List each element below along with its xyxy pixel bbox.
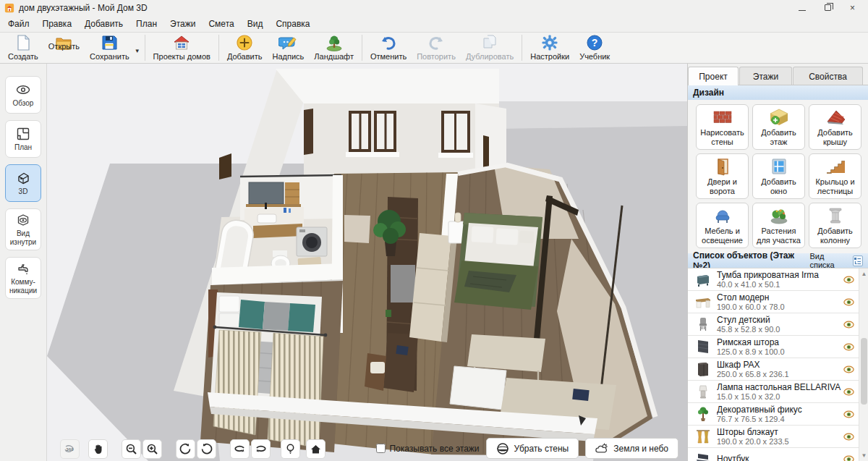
nightstand-icon [695, 271, 711, 287]
rotate-right-button[interactable] [197, 439, 216, 459]
view-sidebar: Обзор План 3D [0, 64, 47, 461]
media-unit[interactable] [246, 182, 301, 207]
scrollbar-thumb[interactable] [861, 338, 867, 405]
duplicate-button[interactable]: Дублировать [461, 33, 519, 63]
eye-visible-icon[interactable] [843, 298, 854, 306]
pan-button[interactable] [88, 439, 108, 459]
menu-plan[interactable]: План [129, 17, 163, 31]
show-all-floors-label[interactable]: Показывать все этажи [389, 444, 479, 454]
object-row-desk[interactable]: Стол модерн 190.0 x 60.0 x 78.0 [688, 291, 859, 313]
open-button[interactable]: Открыть [43, 33, 85, 63]
ground-sky-button[interactable]: Земля и небо [585, 438, 678, 459]
redo-button[interactable]: Повторить [412, 33, 461, 63]
show-all-floors-checkbox[interactable] [376, 444, 386, 453]
plants-button[interactable]: Растения для участка [752, 203, 805, 248]
hall-chair[interactable] [365, 353, 386, 391]
tab-properties[interactable]: Свойства [793, 67, 863, 85]
new-button[interactable]: Создать [3, 33, 43, 63]
sidebar-item-plan[interactable]: План [5, 120, 41, 158]
orbit-right-button[interactable] [251, 439, 271, 459]
add-window-button[interactable]: Добавить окно [752, 153, 805, 199]
zoom-out-button[interactable] [122, 439, 141, 459]
settings-button[interactable]: Настройки [525, 33, 574, 63]
orbit-left-button[interactable] [230, 439, 250, 459]
corner-window[interactable] [483, 135, 489, 167]
menu-estimate[interactable]: Смета [202, 17, 240, 31]
app-logo-icon [4, 3, 14, 13]
minimize-icon[interactable] [799, 4, 806, 12]
zoom-in-button[interactable] [142, 439, 162, 459]
list-view-icon[interactable] [853, 255, 864, 266]
tutorial-button[interactable]: ? Учебник [574, 33, 615, 63]
toolbar-separator [522, 35, 522, 61]
menu-file[interactable]: Файл [1, 17, 36, 31]
object-row-ficus[interactable]: Декоративный фикус 76.7 x 76.5 x 129.4 [688, 403, 859, 426]
object-row-lamp[interactable]: Лампа настольная BELLARIVA 15.0 x 15.0 x… [688, 381, 859, 403]
save-dropdown-arrow[interactable]: ▼ [135, 33, 142, 63]
menu-edit[interactable]: Правка [36, 17, 79, 31]
object-row-curtains[interactable]: Шторы блэкаут 190.0 x 20.0 x 233.5 [688, 426, 859, 448]
undo-button[interactable]: Отменить [365, 33, 412, 63]
eye-visible-icon[interactable] [843, 276, 854, 284]
object-row-wardrobe[interactable]: Шкаф PAX 250.0 x 65.8 x 236.1 [688, 358, 859, 381]
3d-scene[interactable] [47, 64, 687, 461]
design-grid: Нарисовать стены Добавить этаж [688, 100, 868, 253]
menu-floors[interactable]: Этажи [163, 17, 202, 31]
menu-view[interactable]: Вид [241, 17, 270, 31]
object-row-roman-blind[interactable]: Римская штора 125.0 x 8.9 x 100.0 [688, 336, 859, 358]
sidebar-item-3d[interactable]: 3D [5, 164, 41, 202]
menu-help[interactable]: Справка [269, 17, 316, 31]
eye-visible-icon[interactable] [843, 343, 854, 351]
bed-green[interactable] [454, 213, 542, 310]
doors-gates-button[interactable]: Двери и ворота [696, 153, 749, 199]
scroll-up-icon[interactable]: ▲ [859, 269, 868, 279]
eye-visible-icon[interactable] [843, 388, 854, 396]
light-button[interactable] [281, 439, 300, 459]
scroll-down-icon[interactable]: ▼ [859, 451, 868, 460]
roller-blind-panel[interactable] [450, 366, 506, 410]
washing-machine[interactable] [297, 227, 327, 256]
3d-viewport[interactable]: 360 [47, 64, 687, 461]
left-wall-window[interactable] [219, 153, 231, 179]
object-row-nightstand[interactable]: Тумба прикроватная Irma 40.0 x 41.0 x 50… [688, 268, 859, 291]
tutorial-question-icon: ? [585, 34, 604, 51]
home-view-button[interactable] [306, 439, 326, 459]
eye-visible-icon[interactable] [843, 365, 854, 373]
remove-walls-button[interactable]: Убрать стены [486, 438, 579, 459]
camera-360-button[interactable]: 360 [60, 439, 80, 459]
laptop-hall[interactable] [396, 345, 409, 355]
eye-visible-icon[interactable] [843, 455, 854, 461]
add-column-button[interactable]: Добавить колонну [809, 203, 861, 248]
eye-visible-icon[interactable] [843, 433, 854, 441]
add-object-button[interactable]: Добавить [222, 33, 268, 63]
sidebar-item-overview[interactable]: Обзор [5, 76, 41, 114]
object-row-laptop[interactable]: Ноутбук [688, 448, 859, 461]
rotate-left-button[interactable] [176, 439, 195, 459]
list-view-label[interactable]: Вид списка [809, 252, 849, 269]
house-projects-icon [172, 34, 191, 51]
restore-icon[interactable] [825, 4, 831, 12]
porch-stairs-button[interactable]: Крыльцо и лестницы [809, 153, 861, 199]
house-3d-icon [16, 171, 30, 185]
close-icon[interactable]: × [850, 4, 855, 12]
sidebar-item-communications[interactable]: Комму-никации [5, 257, 41, 299]
menu-add[interactable]: Добавить [78, 17, 129, 31]
laptop-right[interactable] [572, 389, 589, 401]
draw-walls-button[interactable]: Нарисовать стены [696, 104, 749, 150]
eye-visible-icon[interactable] [843, 321, 854, 329]
landscape-button[interactable]: Ландшафт [309, 33, 359, 63]
save-button[interactable]: Сохранить [85, 33, 135, 63]
object-row-chair[interactable]: Стул детский 45.8 x 52.8 x 90.0 [688, 313, 859, 336]
add-floor-button[interactable]: Добавить этаж [752, 104, 805, 150]
object-list-scrollbar[interactable]: ▲ ▼ [859, 268, 868, 461]
add-roof-button[interactable]: Добавить крышу [809, 104, 861, 150]
eye-visible-icon[interactable] [843, 410, 854, 418]
back-wall-corner [475, 103, 506, 174]
rotate-right-icon [200, 443, 213, 455]
tab-project[interactable]: Проект [688, 67, 739, 85]
tab-floors[interactable]: Этажи [739, 67, 792, 85]
sidebar-item-interior-view[interactable]: Вид изнутри [5, 208, 41, 250]
label-button[interactable]: Надпись [268, 33, 310, 63]
house-projects-button[interactable]: Проекты домов [148, 33, 216, 63]
furniture-lighting-button[interactable]: Мебель и освещение [696, 203, 749, 248]
